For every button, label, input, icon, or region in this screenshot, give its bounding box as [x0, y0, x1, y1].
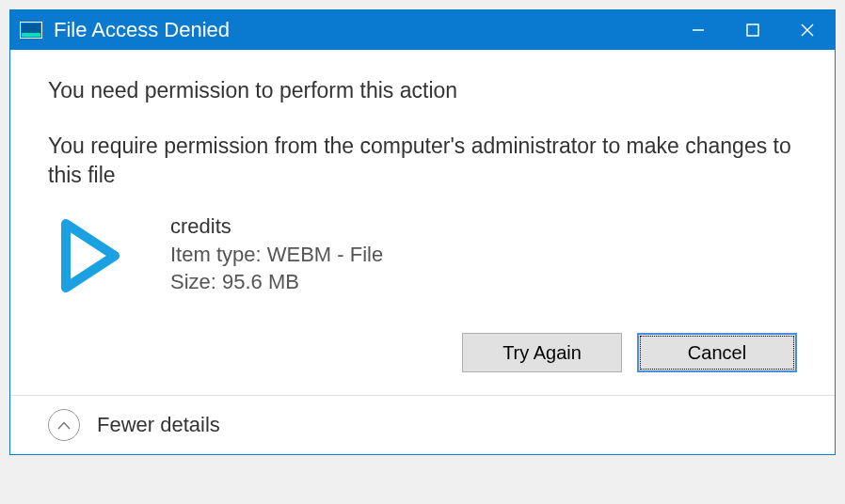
cancel-button[interactable]: Cancel	[637, 333, 797, 372]
file-size: Size: 95.6 MB	[170, 268, 383, 296]
titlebar: File Access Denied	[10, 10, 835, 50]
permission-heading: You need permission to perform this acti…	[48, 78, 797, 103]
file-info: credits Item type: WEBM - File Size: 95.…	[48, 209, 797, 303]
file-access-denied-dialog: File Access Denied You need permission	[9, 9, 836, 455]
file-name: credits	[170, 213, 383, 241]
window-title: File Access Denied	[54, 18, 671, 42]
svg-rect-1	[22, 24, 40, 33]
button-row: Try Again Cancel	[48, 333, 797, 372]
chevron-up-icon[interactable]	[48, 409, 80, 441]
window-controls	[671, 10, 835, 50]
maximize-button[interactable]	[725, 10, 780, 50]
dialog-content: You need permission to perform this acti…	[10, 50, 835, 395]
svg-rect-2	[22, 33, 40, 37]
play-icon	[48, 209, 133, 303]
permission-description: You require permission from the computer…	[48, 132, 797, 190]
fewer-details-toggle[interactable]: Fewer details	[97, 413, 220, 437]
svg-rect-4	[747, 24, 758, 36]
app-icon	[18, 21, 44, 39]
close-button[interactable]	[780, 10, 835, 50]
file-type: Item type: WEBM - File	[170, 241, 383, 269]
file-meta: credits Item type: WEBM - File Size: 95.…	[170, 209, 383, 296]
dialog-footer: Fewer details	[10, 395, 835, 454]
try-again-button[interactable]: Try Again	[462, 333, 622, 372]
minimize-button[interactable]	[671, 10, 725, 50]
